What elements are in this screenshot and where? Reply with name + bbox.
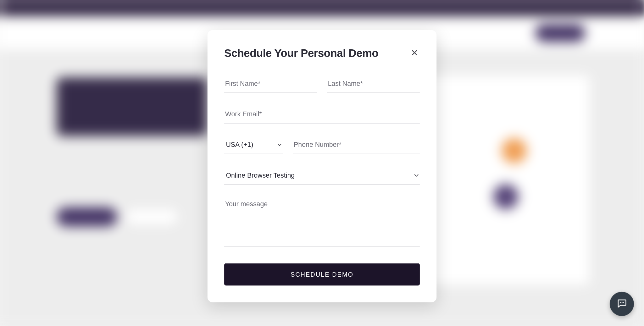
svg-point-0: [620, 302, 621, 303]
product-selected-value: Online Browser Testing: [226, 172, 295, 179]
close-icon: ✕: [411, 48, 418, 58]
schedule-demo-modal: Schedule Your Personal Demo ✕ USA (+1) O…: [208, 30, 436, 302]
modal-title: Schedule Your Personal Demo: [224, 47, 378, 60]
country-code-value: USA (+1): [226, 141, 253, 149]
chat-icon: [616, 298, 627, 310]
message-textarea[interactable]: [224, 196, 420, 247]
last-name-input[interactable]: [327, 77, 420, 93]
svg-point-2: [623, 302, 624, 303]
work-email-input[interactable]: [224, 107, 420, 124]
phone-number-input[interactable]: [293, 138, 419, 154]
product-interest-select[interactable]: Online Browser Testing: [224, 168, 420, 185]
first-name-input[interactable]: [224, 77, 317, 93]
chevron-down-icon: [277, 142, 282, 147]
svg-point-1: [622, 302, 623, 303]
chat-widget-button[interactable]: [610, 292, 634, 316]
chevron-down-icon: [414, 173, 419, 178]
close-button[interactable]: ✕: [409, 47, 420, 59]
schedule-demo-button[interactable]: SCHEDULE DEMO: [224, 263, 420, 286]
country-code-select[interactable]: USA (+1): [224, 138, 283, 154]
